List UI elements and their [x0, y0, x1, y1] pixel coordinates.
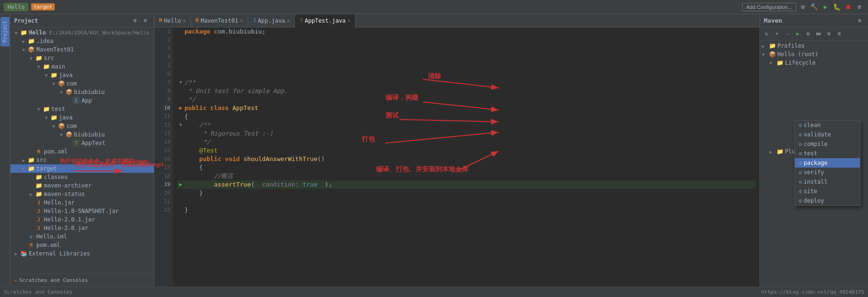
- tree-arrow-src2: ▶: [20, 158, 27, 163]
- idea-label: .idea: [36, 38, 53, 44]
- tab-apptestjava[interactable]: T AppTest.java ✕: [295, 14, 355, 27]
- lifecycle-item-clean[interactable]: ⚙ clean: [795, 120, 860, 130]
- tree-item-maventest01[interactable]: ▼ 📦 MavenTest01: [10, 45, 154, 54]
- stop-icon[interactable]: ⏹: [843, 2, 853, 12]
- classes-icon: 📁: [35, 173, 42, 181]
- add-configuration-button[interactable]: Add Configuration...: [742, 3, 796, 11]
- run-icon[interactable]: ▶: [821, 2, 830, 12]
- tab-apptestjava-close[interactable]: ✕: [348, 18, 351, 23]
- more-icon[interactable]: ≡: [855, 2, 864, 12]
- maven-item-lifecycle[interactable]: ▼ 📁 Lifecycle: [760, 59, 868, 67]
- tab-maventest01-label: MavenTest01: [200, 17, 238, 24]
- sidebar-gear-icon[interactable]: ⚙: [130, 16, 140, 25]
- scratches-icon: ✏: [14, 277, 17, 283]
- code-line-9: */: [177, 95, 756, 104]
- maven-collapse-all-icon[interactable]: ≡: [835, 29, 844, 39]
- pom2-label: pom.xml: [36, 242, 60, 248]
- tree-item-maven-archiver[interactable]: ▶ 📁 maven-archiver: [10, 181, 154, 190]
- tree-item-test-biubiubiu[interactable]: ▼ 📦 biubiubiu: [10, 130, 154, 139]
- tree-arrow-maven-status: ▶: [27, 192, 35, 197]
- line-numbers: 1 2 3 4 5 6 7 8 9 10 11 12 13 14 15 16 1: [154, 27, 173, 287]
- validate-label: validate: [804, 131, 831, 138]
- build-icon[interactable]: 🔨: [810, 2, 819, 12]
- tree-item-hello-20[interactable]: ▶ J Hello-2.0.jar: [10, 224, 154, 232]
- maven-add-icon[interactable]: +: [772, 29, 782, 39]
- tree-item-biubiubiu[interactable]: ▼ 📦 biubiubiu: [10, 88, 154, 96]
- tree-item-hello-snap[interactable]: ▶ J Hello-1.0-SNAPSHOT.jar: [10, 207, 154, 215]
- maven-refresh-icon[interactable]: ↻: [762, 29, 771, 39]
- tree-item-hello-jar[interactable]: ▶ J Hello.jar: [10, 198, 154, 207]
- tab-hello[interactable]: M Hello ✕: [154, 14, 191, 27]
- tab-hello-close[interactable]: ✕: [183, 18, 186, 23]
- tree-item-ext-libs[interactable]: ▶ 📚 External Libraries: [10, 249, 154, 258]
- hello-jar-icon: J: [35, 199, 42, 206]
- tree-item-pom2[interactable]: ▶ M pom.xml: [10, 241, 154, 249]
- tab-appjava-close[interactable]: ✕: [287, 18, 290, 23]
- tree-item-app[interactable]: ▶ C App: [10, 96, 154, 105]
- ext-libs-icon: 📚: [20, 250, 27, 257]
- lifecycle-item-package[interactable]: ⚙ package: [795, 158, 860, 168]
- lifecycle-item-site[interactable]: ⚙ site: [795, 187, 860, 196]
- debug-icon[interactable]: 🐛: [832, 2, 842, 12]
- code-content[interactable]: package com.biubiubiu; ▼/** * Unit test …: [173, 27, 760, 287]
- lifecycle-item-verify[interactable]: ⚙ verify: [795, 168, 860, 177]
- tree-item-test-java[interactable]: ▼ 📁 java: [10, 113, 154, 122]
- test-com-label: com: [67, 123, 77, 129]
- sidebar-expand-icon[interactable]: ≡: [141, 16, 150, 25]
- maven-skip-icon[interactable]: ⏭: [814, 29, 823, 39]
- lifecycle-item-validate[interactable]: ⚙ validate: [795, 130, 860, 139]
- maven-remove-icon[interactable]: -: [783, 29, 792, 39]
- lifecycle-icon: 📁: [776, 59, 784, 67]
- code-line-4: [177, 53, 756, 61]
- tree-item-com[interactable]: ▼ 📦 com: [10, 79, 154, 88]
- ln-17: 17: [154, 163, 170, 172]
- tree-arrow-src: ▼: [27, 56, 35, 61]
- project-tab[interactable]: Project: [0, 17, 9, 46]
- tree-arrow-target: ▼: [20, 166, 27, 171]
- code-line-17: {: [177, 163, 756, 172]
- install-label: install: [804, 178, 828, 185]
- code-line-5: [177, 61, 756, 70]
- tree-item-src2[interactable]: ▶ 📁 src: [10, 156, 154, 164]
- maven-status-icon: 📁: [35, 190, 42, 198]
- tree-item-hello-iml[interactable]: ▶ ⚙ Hello.iml: [10, 232, 154, 241]
- tree-item-hello[interactable]: ▼ 📁 Hello E:/JAVA/IDEA/KGC_WorkSpace/Hel…: [10, 28, 154, 37]
- maven-run-icon[interactable]: ▶: [793, 29, 802, 39]
- lifecycle-item-compile[interactable]: ⚙ compile: [795, 139, 860, 149]
- tab-maventest01-close[interactable]: ✕: [240, 18, 243, 23]
- maven-item-profiles[interactable]: ▶ 📁 Profiles: [760, 42, 868, 50]
- tab-appjava[interactable]: J App.java ✕: [248, 14, 295, 27]
- settings-icon[interactable]: ⚙: [798, 2, 808, 12]
- tree-item-test-com[interactable]: ▼ 📦 com: [10, 122, 154, 130]
- tree-item-src[interactable]: ▼ 📁 src: [10, 54, 154, 62]
- ln-2: 2: [154, 36, 170, 44]
- tree-item-java-sources[interactable]: ▼ 📁 java: [10, 71, 154, 79]
- lifecycle-item-deploy[interactable]: ⚙ deploy: [795, 196, 860, 205]
- tree-item-maven-status[interactable]: ▶ 📁 maven-status: [10, 190, 154, 198]
- maven-expand-all-icon[interactable]: ≡: [824, 29, 834, 39]
- maven-m-icon[interactable]: m: [803, 29, 813, 39]
- tree-item-pom1[interactable]: ▶ M pom.xml: [10, 147, 154, 156]
- tree-item-classes[interactable]: ▶ 📁 classes: [10, 173, 154, 181]
- ln-22: 22: [154, 206, 170, 214]
- code-line-15: @Test: [177, 146, 756, 155]
- tree-item-idea[interactable]: ▶ 📁 .idea: [10, 37, 154, 45]
- test-label: test: [804, 150, 818, 157]
- tree-item-main[interactable]: ▼ 📁 main: [10, 62, 154, 71]
- lifecycle-item-test[interactable]: ⚙ test: [795, 149, 860, 158]
- hello-button[interactable]: Hello: [4, 3, 28, 11]
- maven-header: Maven ⚙: [760, 14, 868, 27]
- scratches-status: Scratches and Consoles: [4, 289, 73, 295]
- tree-arrow-test-com: ▼: [50, 124, 58, 129]
- ln-8: 8: [154, 87, 170, 95]
- tree-item-target[interactable]: ▼ 📁 target: [10, 164, 154, 173]
- tree-item-test[interactable]: ▼ 📁 test: [10, 105, 154, 113]
- lifecycle-item-install[interactable]: ⚙ install: [795, 177, 860, 187]
- tree-item-apptest[interactable]: ▶ T AppTest: [10, 139, 154, 147]
- tab-maventest01[interactable]: M MavenTest01 ✕: [191, 14, 248, 27]
- maven-settings-icon[interactable]: ⚙: [855, 16, 864, 25]
- scratches-consoles[interactable]: ✏ Scratches and Consoles: [10, 273, 154, 287]
- tree-item-hello-201[interactable]: ▶ J Hello-2.0.1.jar: [10, 215, 154, 224]
- maven-item-hello-root[interactable]: ▼ 📦 Hello (root): [760, 50, 868, 59]
- tree-arrow-idea: ▶: [20, 39, 27, 44]
